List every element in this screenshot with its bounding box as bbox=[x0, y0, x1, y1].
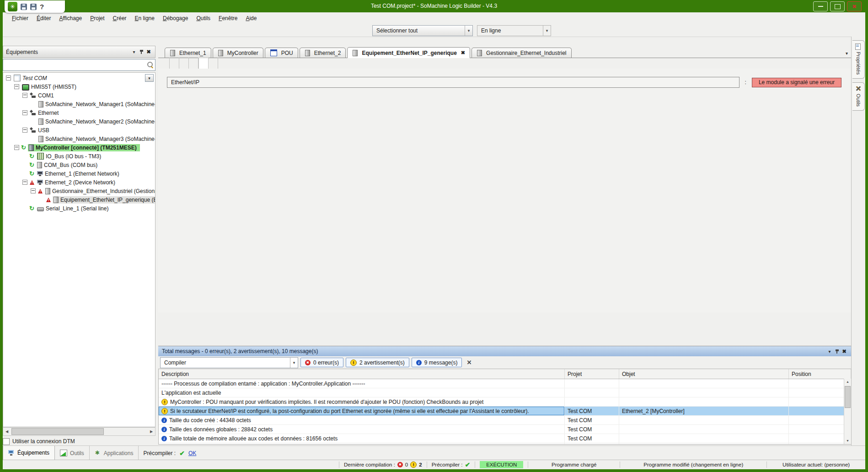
tree-item[interactable]: MyController [connecté] (TM251MESE) bbox=[3, 143, 155, 152]
scroll-left-icon[interactable]: ◀ bbox=[3, 429, 11, 434]
subtab[interactable] bbox=[209, 58, 218, 69]
toolbar-separator[interactable] bbox=[318, 26, 328, 35]
tree-item[interactable]: HMIS5T (HMIS5T) bbox=[3, 82, 155, 91]
tree-item[interactable]: IO_Bus (IO bus - TM3) bbox=[3, 152, 155, 161]
select-all-combo[interactable]: Sélectionner tout ▾ bbox=[372, 25, 473, 36]
force-values-icon[interactable] bbox=[308, 26, 318, 35]
document-tab[interactable]: MyController bbox=[213, 48, 263, 58]
subtab[interactable] bbox=[189, 58, 198, 69]
subtab[interactable] bbox=[198, 58, 209, 69]
perspective-tab[interactable]: Applications bbox=[90, 446, 139, 460]
chevron-down-icon[interactable]: ▾ bbox=[465, 26, 472, 36]
paste-icon[interactable] bbox=[77, 26, 86, 35]
tree-horizontal-scrollbar[interactable]: ◀ ▶ bbox=[3, 427, 155, 436]
close-button[interactable]: ✖ bbox=[847, 1, 862, 11]
save-all-icon[interactable] bbox=[30, 4, 37, 10]
category-combo[interactable]: Compiler ▾ bbox=[160, 357, 298, 368]
delete-icon[interactable] bbox=[87, 26, 96, 35]
filter-button[interactable]: 0 erreur(s) bbox=[300, 358, 343, 367]
clear-messages-icon[interactable]: ✕ bbox=[466, 359, 472, 366]
expander-icon[interactable] bbox=[22, 110, 27, 115]
scroll-up-icon[interactable]: ▲ bbox=[845, 379, 851, 385]
perspective-tab[interactable]: Équipements bbox=[3, 446, 55, 460]
message-row[interactable]: MyController : POU manquant pour vérific… bbox=[159, 397, 851, 407]
step-out-icon[interactable] bbox=[288, 26, 298, 35]
toolbar-separator[interactable] bbox=[127, 26, 137, 35]
close-panel-icon[interactable]: ✖ bbox=[145, 49, 152, 55]
scrollbar-thumb[interactable] bbox=[845, 386, 851, 408]
toolbar-separator[interactable] bbox=[97, 26, 107, 35]
close-panel-icon[interactable]: ✖ bbox=[841, 348, 848, 354]
tree-item[interactable]: Serial_Line_1 (Serial line) bbox=[3, 204, 155, 213]
expander-icon[interactable] bbox=[14, 145, 19, 150]
tab-overflow-icon[interactable]: ▾ bbox=[846, 51, 848, 56]
message-row[interactable]: Taille du code créé : 44348 octets Test … bbox=[159, 416, 851, 425]
login-icon[interactable] bbox=[348, 26, 358, 35]
device-search-input[interactable] bbox=[3, 59, 155, 71]
tab-proprietes[interactable]: Propriétés bbox=[852, 40, 865, 79]
document-tab[interactable]: Equipement_EtherNet_IP_generique ✖ bbox=[347, 47, 470, 58]
menu-item[interactable]: En ligne bbox=[131, 14, 158, 23]
expander-icon[interactable] bbox=[31, 188, 36, 193]
document-tab[interactable]: Ethernet_2 bbox=[300, 48, 346, 58]
ok-link[interactable]: OK bbox=[188, 450, 196, 456]
toolbar-separator[interactable] bbox=[258, 26, 268, 35]
menu-item[interactable]: Créer bbox=[109, 14, 130, 23]
undo-icon[interactable] bbox=[27, 26, 36, 35]
expander-icon[interactable] bbox=[6, 75, 11, 80]
clean-build-icon[interactable] bbox=[228, 26, 237, 35]
logout-icon[interactable] bbox=[359, 26, 368, 35]
close-tab-icon[interactable]: ✖ bbox=[461, 50, 465, 56]
toolbar-separator[interactable] bbox=[208, 26, 217, 35]
expander-icon[interactable] bbox=[22, 180, 27, 185]
paste-special-icon[interactable] bbox=[137, 26, 147, 35]
tree-item[interactable]: COM_Bus (COM bus) bbox=[3, 161, 155, 169]
menu-item[interactable]: Projet bbox=[86, 14, 108, 23]
pin-icon[interactable] bbox=[138, 49, 145, 55]
menu-item[interactable]: Fenêtre bbox=[215, 14, 241, 23]
toolbar-separator[interactable] bbox=[47, 26, 56, 35]
menu-item[interactable]: Outils bbox=[193, 14, 214, 23]
print-icon[interactable] bbox=[6, 26, 16, 35]
menu-item[interactable]: Affichage bbox=[55, 14, 86, 23]
message-row[interactable]: Taille totale de mémoire allouée aux cod… bbox=[159, 434, 851, 443]
column-projet[interactable]: Projet bbox=[565, 369, 619, 379]
stop-icon[interactable] bbox=[248, 26, 257, 35]
minimize-button[interactable] bbox=[813, 1, 828, 11]
matrix-icon[interactable] bbox=[198, 26, 207, 35]
maximize-button[interactable] bbox=[830, 1, 845, 11]
tree-item[interactable]: SoMachine_Network_Manager3 (SoMachine-Ne… bbox=[3, 134, 155, 143]
messages-vertical-scrollbar[interactable]: ▲ ▼ bbox=[844, 379, 851, 444]
column-objet[interactable]: Objet bbox=[619, 369, 789, 379]
tree-item[interactable]: Equipement_EtherNet_IP_generique (Eq bbox=[3, 195, 155, 204]
new-file-icon[interactable] bbox=[177, 26, 187, 35]
run-to-cursor-icon[interactable] bbox=[298, 26, 308, 35]
filter-button[interactable]: 2 avertissement(s) bbox=[346, 358, 409, 367]
subtab[interactable] bbox=[170, 58, 179, 69]
help-icon[interactable]: ? bbox=[40, 3, 44, 11]
chevron-down-icon[interactable]: ▾ bbox=[826, 348, 833, 354]
tree-item[interactable]: Ethernet_1 (Ethernet Network) bbox=[3, 169, 155, 178]
message-row[interactable]: La plage mémoire 0 contient. Mémoire : t… bbox=[159, 443, 851, 445]
tree-item[interactable]: Ethernet bbox=[3, 108, 155, 117]
find-icon[interactable] bbox=[107, 26, 117, 35]
subtab[interactable] bbox=[179, 58, 189, 69]
message-row[interactable]: Si le scrutateur EtherNet/IP est configu… bbox=[159, 407, 851, 416]
tree-item[interactable]: COM1 bbox=[3, 91, 155, 100]
build-icon[interactable] bbox=[218, 26, 227, 35]
tree-item[interactable]: Ethernet_2 (Device Network) bbox=[3, 178, 155, 187]
step-over-icon[interactable] bbox=[268, 26, 278, 35]
tree-item[interactable]: Gestionnaire_Ethernet_Industriel (Gestio… bbox=[3, 187, 155, 195]
replace-icon[interactable] bbox=[117, 26, 127, 35]
cut-icon[interactable] bbox=[57, 26, 66, 35]
menu-item[interactable]: Éditer bbox=[33, 14, 54, 23]
tree-item[interactable]: SoMachine_Network_Manager1 (SoMachine-Ne… bbox=[3, 100, 155, 108]
column-position[interactable]: Position bbox=[789, 369, 851, 379]
column-description[interactable]: Description bbox=[159, 369, 565, 379]
copy-icon[interactable] bbox=[67, 26, 76, 35]
scrollbar-thumb[interactable] bbox=[11, 428, 104, 435]
message-row[interactable]: Taille des données globales : 28842 octe… bbox=[159, 425, 851, 434]
scroll-right-icon[interactable]: ▶ bbox=[148, 429, 155, 434]
perspective-tab[interactable]: Outils bbox=[55, 446, 90, 460]
toolbar-separator[interactable] bbox=[147, 26, 157, 35]
